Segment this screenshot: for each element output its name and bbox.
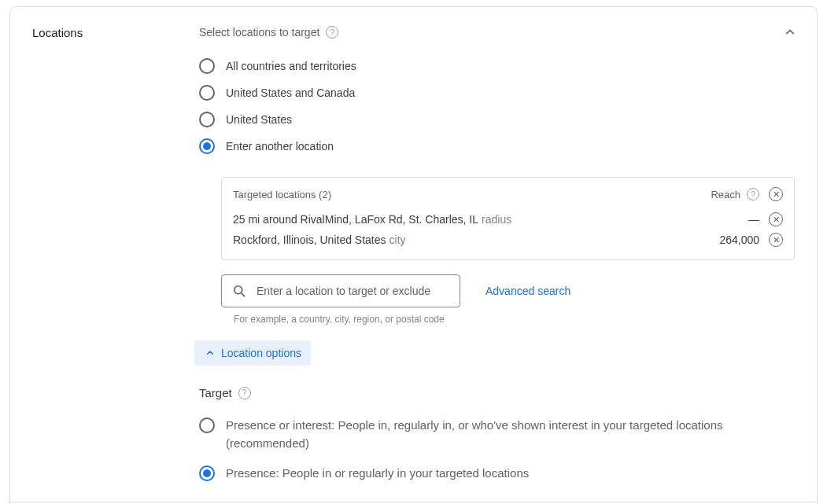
- help-icon[interactable]: ?: [326, 26, 338, 39]
- location-search-box[interactable]: [221, 274, 460, 307]
- advanced-search-link[interactable]: Advanced search: [485, 285, 570, 297]
- target-option-label: Presence or interest: People in, regular…: [226, 417, 745, 452]
- help-icon[interactable]: ?: [747, 188, 759, 200]
- radio-label: All countries and territories: [226, 60, 356, 72]
- radio-us-canada[interactable]: United States and Canada: [199, 79, 795, 106]
- target-option-label: Presence: People in or regularly in your…: [226, 465, 529, 483]
- left-column: Locations: [32, 26, 199, 489]
- location-options-toggle[interactable]: Location options: [194, 340, 311, 366]
- card-body: Locations Select locations to target ? A…: [10, 7, 817, 502]
- radio-icon: [199, 58, 215, 74]
- radio-us[interactable]: United States: [199, 106, 795, 133]
- location-options-label: Location options: [221, 347, 301, 359]
- chevron-up-icon: [204, 347, 216, 359]
- card-footer: Cancel Save: [10, 502, 817, 505]
- radio-icon: [199, 138, 215, 154]
- search-hint: For example, a country, city, region, or…: [234, 314, 795, 325]
- section-title: Locations: [32, 26, 199, 39]
- svg-line-1: [242, 293, 245, 296]
- radio-icon: [199, 85, 215, 101]
- targeted-location-row: 25 mi around RivalMind, LaFox Rd, St. Ch…: [233, 209, 783, 230]
- subheader-row: Select locations to target ?: [199, 26, 795, 39]
- collapse-icon[interactable]: [782, 24, 798, 40]
- radio-all-countries[interactable]: All countries and territories: [199, 53, 795, 79]
- target-radio-presence[interactable]: Presence: People in or regularly in your…: [199, 458, 795, 489]
- radio-label: Enter another location: [226, 140, 334, 153]
- radio-label: United States and Canada: [226, 86, 355, 99]
- radio-label: United States: [226, 113, 292, 126]
- targeted-header-label: Targeted locations (2): [233, 189, 331, 200]
- targeted-header: Targeted locations (2) Reach ? ✕: [233, 187, 783, 201]
- location-name: 25 mi around RivalMind, LaFox Rd, St. Ch…: [233, 213, 478, 226]
- search-icon: [231, 283, 247, 299]
- locations-card: Locations Select locations to target ? A…: [9, 6, 818, 504]
- target-header-label: Target: [199, 386, 232, 399]
- location-name: Rockford, Illinois, United States: [233, 234, 386, 246]
- help-icon[interactable]: ?: [238, 387, 251, 399]
- target-section: Target ? Presence or interest: People in…: [199, 386, 795, 489]
- location-type: city: [390, 234, 406, 246]
- location-type: radius: [482, 213, 511, 226]
- target-header: Target ?: [199, 386, 795, 399]
- right-column: Select locations to target ? All countri…: [199, 26, 795, 489]
- remove-location-icon[interactable]: ✕: [769, 212, 783, 226]
- subheader-text: Select locations to target: [199, 26, 319, 39]
- targeted-location-row: Rockford, Illinois, United States city 2…: [233, 230, 783, 250]
- remove-location-icon[interactable]: ✕: [769, 233, 783, 247]
- reach-value: —: [715, 213, 759, 226]
- search-row: Advanced search: [221, 274, 795, 307]
- radio-icon: [199, 418, 215, 433]
- target-radio-presence-interest[interactable]: Presence or interest: People in, regular…: [199, 410, 795, 458]
- targeted-locations-box: Targeted locations (2) Reach ? ✕ 25 mi a…: [221, 177, 795, 260]
- search-input[interactable]: [257, 285, 450, 297]
- radio-icon: [199, 465, 215, 481]
- radio-another-location[interactable]: Enter another location: [199, 133, 795, 160]
- remove-all-icon[interactable]: ✕: [769, 187, 783, 201]
- radio-icon: [199, 112, 215, 127]
- reach-header-label: Reach: [711, 189, 740, 200]
- reach-value: 264,000: [715, 234, 759, 246]
